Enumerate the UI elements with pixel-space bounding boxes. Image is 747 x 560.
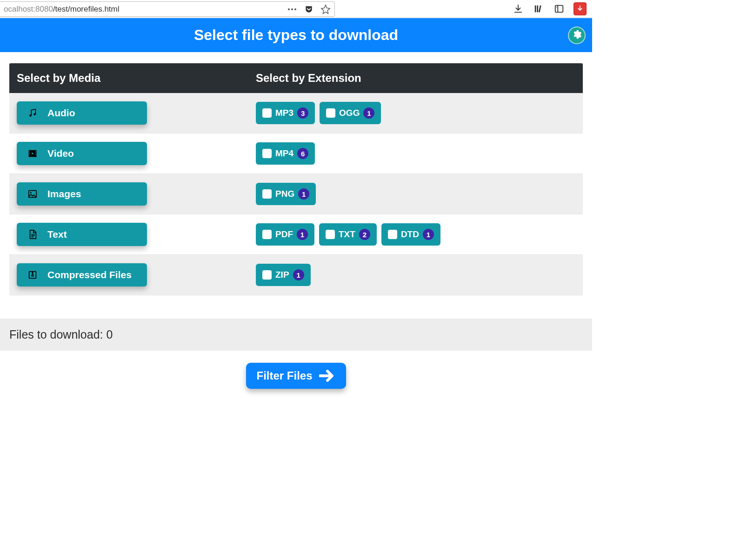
extension-label: OGG [339, 108, 360, 118]
svg-rect-3 [535, 5, 536, 12]
svg-point-2 [294, 8, 296, 10]
extension-chip[interactable]: ZIP1 [256, 264, 311, 286]
file-type-row: ImagesPNG1 [9, 174, 583, 214]
media-type-button[interactable]: Video [17, 142, 147, 165]
extension-label: PDF [275, 229, 293, 240]
media-type-button[interactable]: Compressed Files [17, 263, 147, 287]
svg-rect-16 [29, 154, 30, 155]
url-host-prefix: ocalhost: [4, 5, 35, 13]
extension-count-badge: 1 [423, 229, 434, 240]
extension-checkbox[interactable] [388, 230, 397, 239]
extension-count-badge: 1 [363, 107, 374, 119]
extension-checkbox[interactable] [262, 230, 272, 239]
extension-chip[interactable]: MP33 [256, 102, 315, 124]
extension-chip[interactable]: TXT2 [319, 223, 377, 246]
file-type-row: VideoMP46 [9, 133, 583, 174]
film-icon [27, 148, 38, 159]
url-path: /test/morefiles.html [53, 5, 120, 13]
row-extensions-cell: MP33OGG1 [256, 102, 575, 124]
row-extensions-cell: PNG1 [256, 183, 575, 205]
extension-chip[interactable]: DTD1 [381, 223, 440, 246]
browser-toolbar [335, 2, 592, 15]
extension-checkbox[interactable] [262, 149, 272, 158]
media-type-button[interactable]: Text [17, 223, 147, 246]
filter-files-button[interactable]: Filter Files [246, 363, 346, 389]
media-type-button[interactable]: Audio [17, 101, 147, 125]
extension-icon[interactable] [574, 2, 587, 15]
filter-button-wrap: Filter Files [0, 351, 592, 393]
media-type-label: Text [47, 229, 67, 240]
svg-point-1 [291, 8, 293, 10]
rows-container: AudioMP33OGG1VideoMP46ImagesPNG1TextPDF1… [9, 93, 583, 295]
extension-chip[interactable]: PDF1 [256, 223, 314, 246]
library-icon[interactable] [533, 3, 545, 15]
row-media-cell: Compressed Files [17, 263, 256, 287]
browser-chrome: ocalhost:8080/test/morefiles.html [0, 0, 592, 18]
extension-count-badge: 1 [297, 229, 308, 240]
svg-rect-19 [35, 154, 36, 155]
status-label: Files to download: [9, 328, 106, 341]
url-text: ocalhost:8080/test/morefiles.html [4, 5, 287, 14]
extension-count-badge: 6 [297, 148, 308, 159]
extension-count-badge: 3 [297, 107, 308, 119]
archive-icon [27, 269, 38, 280]
document-icon [27, 229, 38, 240]
gear-icon [572, 29, 582, 41]
pocket-icon[interactable] [304, 4, 314, 14]
extension-count-badge: 1 [298, 188, 309, 200]
extension-label: TXT [339, 229, 355, 240]
extension-count-badge: 1 [293, 269, 304, 280]
row-media-cell: Images [17, 182, 256, 206]
extension-chip[interactable]: MP46 [256, 142, 315, 165]
extension-label: DTD [401, 229, 419, 240]
image-icon [27, 188, 38, 200]
row-extensions-cell: MP46 [256, 142, 575, 165]
extension-chip[interactable]: OGG1 [320, 102, 381, 124]
filter-button-label: Filter Files [256, 369, 312, 382]
content-area: Select by Media Select by Extension Audi… [0, 63, 592, 305]
extension-label: MP4 [275, 148, 293, 159]
extension-checkbox[interactable] [326, 230, 335, 239]
media-type-button[interactable]: Images [17, 182, 147, 206]
extension-label: ZIP [275, 270, 289, 280]
page-title: Select file types to download [194, 27, 398, 44]
extension-label: PNG [275, 189, 294, 199]
extension-checkbox[interactable] [262, 108, 272, 118]
music-icon [27, 107, 38, 119]
downloads-icon[interactable] [512, 3, 524, 15]
media-type-label: Audio [47, 107, 75, 119]
section-header-media: Select by Media [17, 72, 100, 84]
svg-rect-27 [32, 275, 33, 276]
svg-point-0 [288, 8, 290, 10]
status-count: 0 [106, 328, 113, 341]
svg-rect-17 [35, 151, 36, 152]
sidebar-icon[interactable] [553, 3, 565, 15]
arrow-right-icon [319, 370, 336, 382]
row-media-cell: Video [17, 142, 256, 165]
url-bar-icons [287, 4, 331, 14]
row-media-cell: Audio [17, 101, 256, 125]
file-type-row: Compressed FilesZIP1 [9, 255, 583, 295]
status-bar: Files to download: 0 [0, 319, 592, 351]
more-icon[interactable] [287, 4, 297, 14]
svg-point-8 [556, 7, 557, 7]
url-port: 8080 [35, 5, 53, 13]
settings-button[interactable] [568, 27, 586, 44]
extension-chip[interactable]: PNG1 [256, 183, 316, 205]
media-type-label: Compressed Files [47, 269, 132, 280]
extension-label: MP3 [275, 108, 293, 118]
row-media-cell: Text [17, 223, 256, 246]
section-header-extension: Select by Extension [256, 72, 361, 84]
file-type-row: AudioMP33OGG1 [9, 93, 583, 133]
extension-checkbox[interactable] [262, 189, 272, 199]
media-type-label: Images [47, 188, 81, 200]
row-extensions-cell: PDF1TXT2DTD1 [256, 223, 575, 246]
extension-checkbox[interactable] [262, 270, 272, 280]
star-icon[interactable] [320, 4, 331, 14]
extension-checkbox[interactable] [326, 108, 335, 118]
extension-count-badge: 2 [359, 229, 370, 240]
url-bar[interactable]: ocalhost:8080/test/morefiles.html [0, 1, 335, 17]
svg-rect-18 [35, 153, 36, 153]
media-type-label: Video [47, 148, 74, 159]
app-header: Select file types to download [0, 18, 592, 52]
